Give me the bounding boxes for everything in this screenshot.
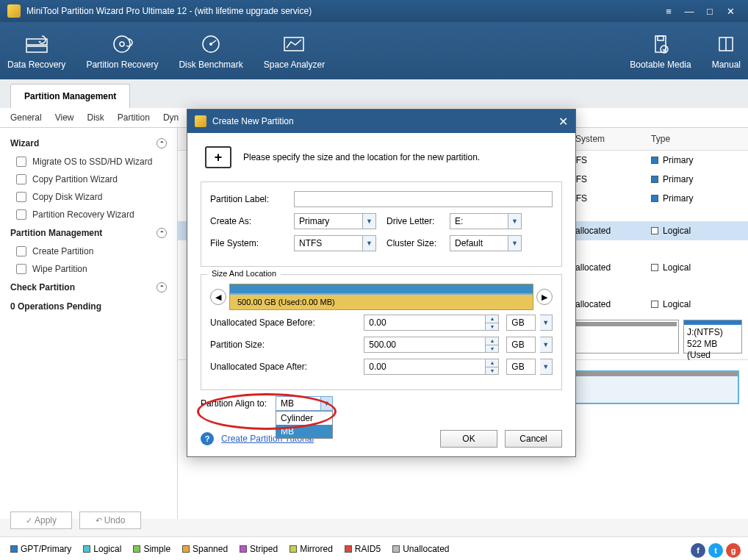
cancel-button[interactable]: Cancel xyxy=(505,430,562,448)
apply-button[interactable]: ✓ Apply xyxy=(10,511,72,529)
data-recovery-button[interactable]: Data Recovery xyxy=(7,32,65,70)
menu-dynamic[interactable]: Dyn xyxy=(163,112,179,123)
collapse-icon[interactable]: ⌃ xyxy=(157,282,167,292)
legend: GPT/Primary Logical Simple Spanned Strip… xyxy=(0,536,748,560)
facebook-icon[interactable]: f xyxy=(691,543,705,558)
twitter-icon[interactable]: t xyxy=(708,543,723,558)
copy-part-icon xyxy=(16,174,26,184)
collapse-icon[interactable]: ⌃ xyxy=(157,138,167,148)
partition-align-select[interactable]: MB▼ Cylinder MB xyxy=(276,396,333,411)
sidebar-partition-recovery[interactable]: Partition Recovery Wizard xyxy=(0,206,177,223)
sidebar-pending: 0 Operations Pending xyxy=(0,297,177,316)
size-left-button[interactable]: ◀ xyxy=(210,289,226,305)
sidebar-wipe-partition[interactable]: Wipe Partition xyxy=(0,260,177,278)
chevron-down-icon: ▼ xyxy=(320,397,332,410)
manual-icon xyxy=(714,32,738,56)
sidebar-copy-disk[interactable]: Copy Disk Wizard xyxy=(0,188,177,206)
bootable-media-icon xyxy=(649,32,672,56)
svg-point-3 xyxy=(120,42,124,46)
app-logo xyxy=(7,4,21,18)
dialog-titlebar[interactable]: Create New Partition ✕ xyxy=(187,110,575,133)
sidebar-create-partition[interactable]: Create Partition xyxy=(0,243,177,260)
tabstrip: Partition Management xyxy=(0,79,748,108)
migrate-icon xyxy=(16,157,26,167)
disk-benchmark-icon xyxy=(199,32,223,56)
titlebar: MiniTool Partition Wizard Pro Ultimate 1… xyxy=(0,0,748,22)
svg-rect-1 xyxy=(26,46,47,52)
collapse-icon[interactable]: ⌃ xyxy=(157,228,167,238)
copy-disk-icon xyxy=(16,192,26,202)
chevron-down-icon: ▼ xyxy=(508,236,521,251)
help-icon[interactable]: ? xyxy=(201,432,214,445)
size-right-button[interactable]: ▶ xyxy=(536,289,553,305)
minimize-icon[interactable]: — xyxy=(679,6,700,17)
partition-recovery-button[interactable]: Partition Recovery xyxy=(86,32,158,70)
maximize-icon[interactable]: □ xyxy=(700,6,720,17)
close-icon[interactable]: ✕ xyxy=(720,6,741,17)
partition-size-input[interactable]: ▲▼ xyxy=(364,337,499,353)
manual-button[interactable]: Manual xyxy=(712,32,741,70)
sidebar-copy-partition[interactable]: Copy Partition Wizard xyxy=(0,170,177,188)
drive-letter-select[interactable]: E:▼ xyxy=(450,213,522,229)
chevron-down-icon: ▼ xyxy=(362,214,375,229)
space-analyzer-button[interactable]: Space Analyzer xyxy=(264,32,325,70)
menu-general[interactable]: General xyxy=(10,112,42,123)
sidebar-wizard-head[interactable]: Wizard⌃ xyxy=(0,134,177,153)
recover-icon xyxy=(16,209,26,220)
tab-partition-management[interactable]: Partition Management xyxy=(10,84,130,108)
main-toolbar: Data Recovery Partition Recovery Disk Be… xyxy=(0,22,748,79)
sidebar: Wizard⌃ Migrate OS to SSD/HD Wizard Copy… xyxy=(0,128,178,519)
unit-select[interactable]: ▼ xyxy=(540,315,553,331)
space-analyzer-icon xyxy=(282,32,306,56)
cluster-size-select[interactable]: Default▼ xyxy=(450,235,522,251)
dialog-title: Create New Partition xyxy=(212,116,294,126)
sidebar-pm-head[interactable]: Partition Management⌃ xyxy=(0,223,177,243)
svg-rect-0 xyxy=(26,39,47,45)
bootable-media-button[interactable]: Bootable Media xyxy=(630,32,691,70)
social-icons: f t g xyxy=(691,543,741,558)
partition-recovery-icon xyxy=(110,32,134,56)
size-bar[interactable]: 500.00 GB (Used:0.00 MB) xyxy=(229,284,533,310)
unit-select[interactable]: ▼ xyxy=(540,359,553,375)
menu-disk[interactable]: Disk xyxy=(87,112,104,123)
window-title: MiniTool Partition Wizard Pro Ultimate 1… xyxy=(26,6,658,16)
chevron-down-icon: ▼ xyxy=(362,236,375,251)
align-dropdown-options[interactable]: Cylinder MB xyxy=(276,411,333,439)
wipe-icon xyxy=(16,264,26,274)
partition-j[interactable]: J:(NTFS)522 MB (Used xyxy=(683,320,742,353)
create-icon xyxy=(16,246,26,256)
align-option-cylinder[interactable]: Cylinder xyxy=(276,412,332,425)
dialog-logo xyxy=(195,115,206,127)
col-type[interactable]: Type xyxy=(647,134,748,144)
svg-line-6 xyxy=(211,40,216,44)
menu-partition[interactable]: Partition xyxy=(118,112,150,123)
create-partition-dialog: Create New Partition ✕ + Please specify … xyxy=(187,109,576,457)
svg-point-2 xyxy=(114,36,130,52)
disk-benchmark-button[interactable]: Disk Benchmark xyxy=(179,32,242,70)
data-recovery-icon xyxy=(25,32,48,56)
gplus-icon[interactable]: g xyxy=(726,543,741,558)
file-system-select[interactable]: NTFS▼ xyxy=(294,235,376,251)
sidebar-migrate-os[interactable]: Migrate OS to SSD/HD Wizard xyxy=(0,153,177,170)
menu-view[interactable]: View xyxy=(55,112,74,123)
disk-plus-icon: + xyxy=(205,146,231,168)
create-as-select[interactable]: Primary▼ xyxy=(294,213,376,229)
chevron-down-icon: ▼ xyxy=(508,214,521,229)
footer-buttons: ✓ Apply ↶ Undo xyxy=(10,511,141,529)
svg-rect-9 xyxy=(658,36,664,40)
space-after-input[interactable]: ▲▼ xyxy=(364,359,499,375)
partition-label-input[interactable] xyxy=(294,191,553,207)
sidebar-check-head[interactable]: Check Partition⌃ xyxy=(0,278,177,297)
undo-button[interactable]: ↶ Undo xyxy=(79,511,141,529)
fieldset-size: Size And Location ◀ 500.00 GB (Used:0.00… xyxy=(201,274,562,390)
fieldset-basic: Partition Label: Create As: Primary▼ Dri… xyxy=(201,182,562,267)
ok-button[interactable]: OK xyxy=(440,430,497,448)
dialog-intro: Please specify the size and the location… xyxy=(243,152,480,162)
dialog-close-icon[interactable]: ✕ xyxy=(558,115,568,129)
menu-icon[interactable]: ≡ xyxy=(658,6,679,17)
align-option-mb[interactable]: MB xyxy=(276,425,332,438)
space-before-input[interactable]: ▲▼ xyxy=(364,315,499,331)
unit-select[interactable]: ▼ xyxy=(540,337,553,353)
